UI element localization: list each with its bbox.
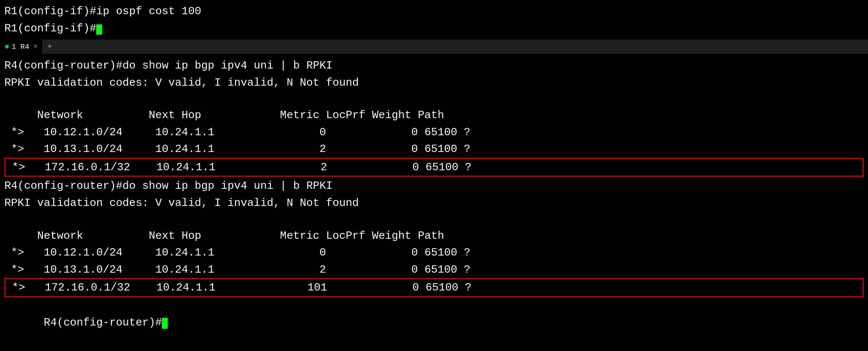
- r1-prompt: R1(config-if)#: [4, 22, 96, 35]
- r4-cursor: [162, 318, 168, 329]
- r4-row1-2: *> 10.12.1.0/24 10.24.1.1 0 0 65100 ?: [4, 244, 864, 261]
- bgp-block-2: R4(config-router)#do show ip bgp ipv4 un…: [4, 178, 864, 297]
- terminal-window: R1(config-if)#ip ospf cost 100 R1(config…: [0, 0, 868, 351]
- tab-dot-r4: [5, 45, 9, 48]
- tab-add-button[interactable]: +: [43, 40, 57, 54]
- r4-row2-1: *> 10.13.1.0/24 10.24.1.1 2 0 65100 ?: [4, 141, 864, 158]
- r4-header-1: Network Next Hop Metric LocPrf Weight Pa…: [4, 107, 864, 124]
- r4-cmd-2: R4(config-router)#do show ip bgp ipv4 un…: [4, 178, 864, 195]
- bgp-block-1: R4(config-router)#do show ip bgp ipv4 un…: [4, 57, 864, 177]
- r1-line-1: R1(config-if)#ip ospf cost 100: [4, 3, 864, 20]
- r1-line-2: R1(config-if)#: [4, 20, 864, 37]
- r4-row1-1: *> 10.12.1.0/24 10.24.1.1 0 0 65100 ?: [4, 124, 864, 141]
- r4-final-prompt: R4(config-router)#: [4, 297, 864, 348]
- tab-bar: 1 R4 × +: [0, 40, 868, 54]
- r4-terminal-section: R4(config-router)#do show ip bgp ipv4 un…: [0, 54, 868, 351]
- r4-row3-2-highlighted: *> 172.16.0.1/32 10.24.1.1 101 0 65100 ?: [4, 278, 864, 297]
- r1-cursor: [96, 24, 102, 35]
- r4-cmd-1: R4(config-router)#do show ip bgp ipv4 un…: [4, 57, 864, 74]
- empty-line-1: [4, 91, 864, 107]
- r4-header-2: Network Next Hop Metric LocPrf Weight Pa…: [4, 227, 864, 245]
- tab-r4[interactable]: 1 R4 ×: [0, 40, 43, 54]
- r4-row2-2: *> 10.13.1.0/24 10.24.1.1 2 0 65100 ?: [4, 261, 864, 278]
- tab-close-r4[interactable]: ×: [34, 43, 38, 50]
- r4-prompt-text: R4(config-router)#: [44, 316, 162, 329]
- r4-row3-1-highlighted: *> 172.16.0.1/32 10.24.1.1 2 0 65100 ?: [4, 158, 864, 177]
- r4-rpki-2: RPKI validation codes: V valid, I invali…: [4, 195, 864, 212]
- r1-terminal-section: R1(config-if)#ip ospf cost 100 R1(config…: [0, 0, 868, 40]
- tab-label-r4: 1 R4: [12, 43, 29, 51]
- empty-line-2: [4, 211, 864, 227]
- r4-rpki-1: RPKI validation codes: V valid, I invali…: [4, 74, 864, 91]
